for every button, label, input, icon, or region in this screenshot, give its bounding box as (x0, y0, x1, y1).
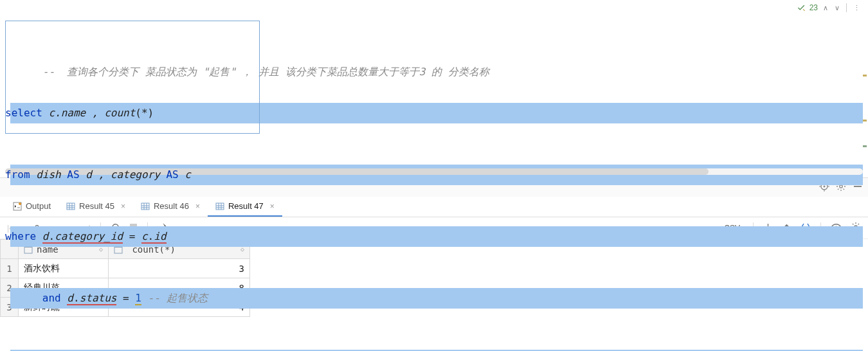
prev-problem[interactable]: ∧ (822, 4, 829, 12)
problems-count: 23 (809, 3, 818, 12)
code-line: -- 查询各个分类下 菜品状态为 "起售" ， 并且 该分类下菜品总数量大于等于… (5, 41, 868, 62)
next-problem[interactable]: ∨ (833, 4, 841, 12)
divider (846, 3, 847, 12)
check-icon (797, 3, 806, 12)
comment-text: -- 查询各个分类下 菜品状态为 "起售" ， 并且 该分类下菜品总数量大于等于… (42, 66, 489, 78)
code-area[interactable]: -- 查询各个分类下 菜品状态为 "起售" ， 并且 该分类下菜品总数量大于等于… (0, 0, 868, 351)
editor-status-bar: 23 ∧ ∨ ⋮ (797, 0, 868, 15)
editor-more-icon[interactable]: ⋮ (852, 4, 862, 12)
sql-editor[interactable]: 23 ∧ ∨ ⋮ -- 查询各个分类下 菜品状态为 "起售" ， 并且 该分类下… (0, 0, 868, 177)
marker-stripe (863, 17, 867, 165)
